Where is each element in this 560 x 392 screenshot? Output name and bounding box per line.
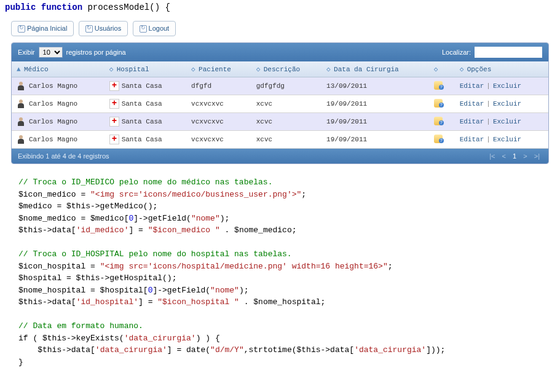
col-blank[interactable]: ◇ [429,61,455,77]
cell-paciente: vcxvcxvc [186,113,251,131]
table-row: Carlos MagnoSanta Casavcxvcxvcxcvc19/09/… [12,131,548,149]
delete-link[interactable]: Excluir [493,118,521,125]
sort-icon: ◇ [460,65,466,73]
cell-medico: Carlos Magno [12,95,105,113]
per-page-select[interactable]: 10 [39,47,63,58]
cell-medico: Carlos Magno [12,131,105,149]
refresh-icon [85,25,93,33]
edit-link[interactable]: Editar [460,100,484,108]
cell-info[interactable] [429,95,455,113]
delete-link[interactable]: Excluir [493,82,521,90]
sort-icon: ◇ [256,65,262,73]
show-label: Exibir [18,49,35,56]
pager-next[interactable]: > [523,152,527,160]
pager: |< < 1 > >| [487,152,542,160]
pager-current[interactable]: 1 [513,152,516,160]
sort-icon: ◇ [326,65,333,73]
cell-hospital: Santa Casa [105,131,186,149]
code-body: // Troca o ID_MEDICO pelo nome do médico… [18,176,542,368]
user-icon [17,99,26,109]
info-icon [434,81,444,91]
delete-link[interactable]: Excluir [493,136,521,143]
cell-info[interactable] [429,131,455,149]
pager-first[interactable]: |< [489,152,495,160]
col-data[interactable]: ◇Data da Cirurgia [321,61,429,77]
logout-button[interactable]: Logout [133,21,176,36]
col-descricao[interactable]: ◇Descrição [251,61,321,77]
edit-link[interactable]: Editar [460,136,484,143]
cell-actions: Editar|Excluir [455,131,548,149]
cell-paciente: vcxvcxvc [186,131,251,149]
user-icon [17,135,26,144]
code-signature: public function processModel() { [0,0,560,15]
search-label: Localizar: [442,49,471,56]
cell-hospital: Santa Casa [105,113,186,131]
col-medico[interactable]: ▲Médico [12,61,105,77]
sort-asc-icon: ▲ [17,66,23,73]
table-row: Carlos MagnoSanta Casadfgfdgdfgfdg13/09/… [12,77,548,95]
footer-info: Exibindo 1 até 4 de 4 registros [18,152,109,160]
users-button[interactable]: Usuários [79,21,128,36]
pager-prev[interactable]: < [502,152,506,160]
toolbar: Página Inicial Usuários Logout [11,21,549,36]
refresh-icon [18,25,25,33]
cell-data: 13/09/2011 [321,77,429,95]
hospital-icon [109,99,119,109]
cell-info[interactable] [429,77,455,95]
hospital-icon [109,135,119,144]
table-row: Carlos MagnoSanta Casavcxvcxvcxcvc19/09/… [12,95,548,113]
sort-icon: ◇ [434,65,440,73]
info-icon [434,117,444,127]
hospital-icon [109,117,119,127]
cell-paciente: dfgfd [186,77,251,95]
edit-link[interactable]: Editar [460,118,484,125]
table-row: Carlos MagnoSanta Casavcxvcxvcxcvc19/09/… [12,113,548,131]
cell-paciente: vcxvcxvc [186,95,251,113]
table-header-row: ▲Médico ◇Hospital ◇Paciente ◇Descrição ◇… [12,61,548,77]
col-opcoes: ◇Opções [455,61,548,77]
cell-info[interactable] [429,113,455,131]
sort-icon: ◇ [191,65,197,73]
col-paciente[interactable]: ◇Paciente [186,61,251,77]
info-icon [434,135,444,144]
cell-hospital: Santa Casa [105,95,186,113]
sort-icon: ◇ [109,65,116,73]
cell-descricao: gdfgfdg [251,77,321,95]
cell-data: 19/09/2011 [321,95,429,113]
user-icon [17,117,26,127]
edit-link[interactable]: Editar [460,82,484,90]
cell-actions: Editar|Excluir [455,113,548,131]
pager-last[interactable]: >| [534,152,540,160]
hospital-icon [109,81,119,91]
search-input[interactable] [475,47,542,58]
cell-hospital: Santa Casa [105,77,186,95]
refresh-icon [140,25,147,33]
cell-descricao: xcvc [251,95,321,113]
data-table: Exibir 10 registros por página Localizar… [11,42,549,164]
per-page-suffix: registros por página [66,49,126,56]
cell-data: 19/09/2011 [321,113,429,131]
cell-actions: Editar|Excluir [455,95,548,113]
cell-data: 19/09/2011 [321,131,429,149]
col-hospital[interactable]: ◇Hospital [105,61,186,77]
delete-link[interactable]: Excluir [493,100,521,108]
cell-actions: Editar|Excluir [455,77,548,95]
cell-medico: Carlos Magno [12,113,105,131]
user-icon [17,81,26,91]
info-icon [434,99,444,109]
cell-medico: Carlos Magno [12,77,105,95]
cell-descricao: xcvc [251,131,321,149]
home-button[interactable]: Página Inicial [11,21,74,36]
cell-descricao: xcvc [251,113,321,131]
